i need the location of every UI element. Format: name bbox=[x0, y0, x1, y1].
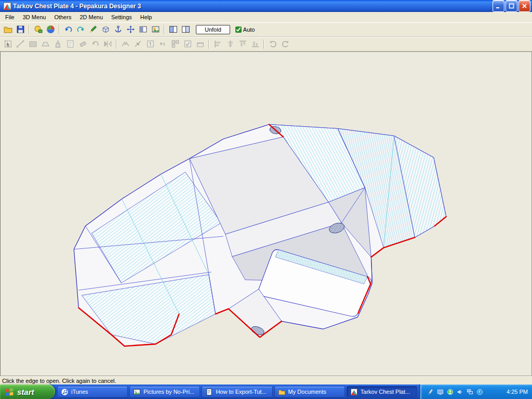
close-button[interactable] bbox=[518, 0, 530, 12]
menu-others[interactable]: Others bbox=[50, 12, 75, 22]
taskbar: start iTunes Pictures by No-Pri... How t… bbox=[0, 384, 532, 399]
align-left-icon[interactable] bbox=[211, 38, 224, 50]
toolbar-main: Unfold Auto bbox=[0, 22, 532, 37]
messenger-icon[interactable] bbox=[446, 388, 454, 396]
layout-sheet-icon[interactable] bbox=[169, 38, 181, 50]
shade-view-icon[interactable] bbox=[137, 23, 149, 36]
rotate-right-icon[interactable] bbox=[279, 38, 291, 50]
system-tray: 4:25 PM bbox=[419, 384, 532, 399]
auto-label: Auto bbox=[243, 26, 255, 33]
divide-edge-icon[interactable] bbox=[131, 38, 144, 50]
pictures-icon bbox=[133, 388, 141, 396]
glue-tool-icon[interactable] bbox=[51, 38, 64, 50]
flap-tool-icon[interactable] bbox=[39, 38, 51, 50]
join-edge-icon[interactable] bbox=[119, 38, 131, 50]
edit-pen-icon[interactable] bbox=[87, 23, 99, 36]
rotate-piece-icon[interactable] bbox=[89, 38, 101, 50]
undo-icon[interactable] bbox=[62, 23, 74, 36]
menu-help[interactable]: Help bbox=[136, 12, 156, 22]
taskbar-task-itunes[interactable]: iTunes bbox=[57, 386, 128, 397]
volume-icon[interactable] bbox=[456, 388, 464, 396]
task-label: My Documents bbox=[288, 389, 326, 395]
app-icon[interactable] bbox=[3, 2, 11, 10]
maximize-button[interactable] bbox=[506, 0, 517, 12]
page-label-text: P.1 bbox=[160, 42, 165, 46]
taskbar-task-my-documents[interactable]: My Documents bbox=[274, 386, 345, 397]
align-bottom-icon[interactable] bbox=[249, 38, 261, 50]
texture-settings-icon[interactable] bbox=[32, 23, 44, 36]
edge-tool-icon[interactable] bbox=[14, 38, 26, 50]
align-top-icon[interactable] bbox=[236, 38, 249, 50]
start-label: start bbox=[17, 388, 34, 396]
page-label-icon[interactable]: P.1 bbox=[156, 38, 169, 50]
flip-piece-icon[interactable] bbox=[101, 38, 114, 50]
unfold-button[interactable]: Unfold bbox=[196, 25, 230, 34]
menu-2d[interactable]: 2D Menu bbox=[75, 12, 107, 22]
auto-checkbox[interactable] bbox=[235, 26, 242, 33]
taskbar-task-export-doc[interactable]: How to Export-Tut... bbox=[202, 386, 272, 397]
status-bar: Click the edge to open. Click again to c… bbox=[0, 376, 532, 384]
3d-color-model-icon[interactable] bbox=[44, 23, 57, 36]
select-tool-icon[interactable] bbox=[2, 38, 14, 50]
tablet-pen-icon[interactable] bbox=[427, 388, 434, 396]
3d-viewport[interactable] bbox=[0, 51, 532, 376]
start-button[interactable]: start bbox=[0, 384, 55, 399]
scale-sheet-icon[interactable] bbox=[194, 38, 206, 50]
menu-bar: File 3D Menu Others 2D Menu Settings Hel… bbox=[0, 12, 532, 22]
title-bar: Tarkov Chest Plate 4 - Pepakura Designer… bbox=[0, 0, 532, 12]
status-message: Click the edge to open. Click again to c… bbox=[2, 378, 116, 384]
align-center-icon[interactable] bbox=[224, 38, 236, 50]
pepakura-icon bbox=[350, 388, 358, 396]
3d-chest-plate-model bbox=[1, 52, 531, 376]
menu-3d[interactable]: 3D Menu bbox=[19, 12, 50, 22]
task-label: Tarkov Chest Plat... bbox=[361, 389, 410, 395]
network-icon[interactable] bbox=[466, 388, 474, 396]
menu-settings[interactable]: Settings bbox=[107, 12, 136, 22]
document-icon bbox=[205, 388, 213, 396]
texture-view-icon[interactable] bbox=[149, 23, 162, 36]
task-label: iTunes bbox=[71, 389, 88, 395]
updates-icon[interactable] bbox=[476, 388, 484, 396]
move-icon[interactable] bbox=[124, 23, 137, 36]
folder-icon bbox=[278, 388, 286, 396]
taskbar-task-pictures[interactable]: Pictures by No-Pri... bbox=[129, 386, 200, 397]
menu-file[interactable]: File bbox=[1, 12, 19, 22]
texture-fill-icon[interactable] bbox=[26, 38, 39, 50]
auto-checkbox-group: Auto bbox=[235, 26, 255, 33]
itunes-icon bbox=[61, 388, 69, 396]
open-folder-icon[interactable] bbox=[2, 23, 14, 36]
rotate-left-icon[interactable] bbox=[267, 38, 279, 50]
windows-flag-icon bbox=[4, 387, 15, 396]
solid-cube-icon[interactable] bbox=[99, 23, 112, 36]
task-label: Pictures by No-Pri... bbox=[143, 389, 194, 395]
eraser-tool-icon[interactable] bbox=[76, 38, 89, 50]
redo-icon[interactable] bbox=[74, 23, 87, 36]
taskbar-tasks: iTunes Pictures by No-Pri... How to Expo… bbox=[55, 384, 419, 399]
number-parts-icon[interactable] bbox=[144, 38, 156, 50]
taskbar-clock[interactable]: 4:25 PM bbox=[507, 389, 528, 395]
toolbar-2d: P.1 bbox=[0, 37, 532, 51]
taskbar-task-pepakura[interactable]: Tarkov Chest Plat... bbox=[347, 386, 417, 397]
window-title: Tarkov Chest Plate 4 - Pepakura Designer… bbox=[13, 3, 491, 10]
pane-3d-icon[interactable] bbox=[167, 23, 179, 36]
minimize-button[interactable] bbox=[493, 0, 504, 12]
anchor-icon[interactable] bbox=[112, 23, 124, 36]
display-settings-icon[interactable] bbox=[436, 388, 444, 396]
pane-2d-icon[interactable] bbox=[179, 23, 192, 36]
sheet-tool-icon[interactable] bbox=[64, 38, 76, 50]
task-label: How to Export-Tut... bbox=[216, 389, 266, 395]
save-icon[interactable] bbox=[14, 23, 26, 36]
pepakura-window: Tarkov Chest Plate 4 - Pepakura Designer… bbox=[0, 0, 532, 399]
check-sheet-icon[interactable] bbox=[181, 38, 194, 50]
